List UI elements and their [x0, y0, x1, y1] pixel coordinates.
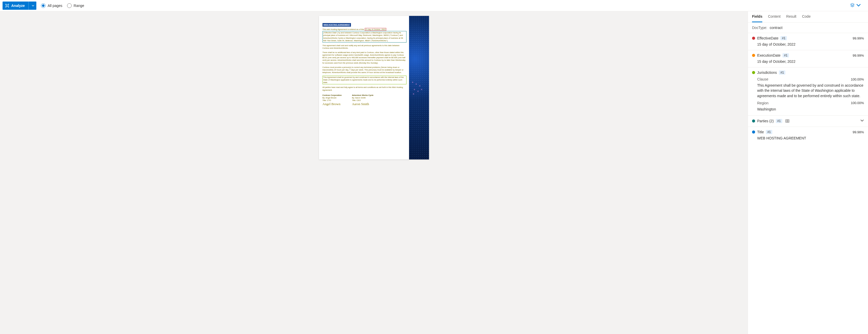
- toolbar: Analyze All pages Range: [0, 0, 868, 11]
- doc-intro: This web Hosting Agreement is entered as…: [322, 28, 406, 43]
- radio-indicator: [67, 3, 72, 8]
- page-scope-radio-group: All pages Range: [41, 3, 84, 8]
- doctype-value: contract: [770, 26, 782, 30]
- parties-highlight: ("Effective Date") by and between Contos…: [322, 31, 406, 43]
- radio-all-pages[interactable]: All pages: [41, 3, 62, 8]
- results-panel: Fields Content Result Code DocType: cont…: [748, 11, 868, 334]
- field-color-dot: [752, 119, 755, 122]
- doc-p6: All parties have read and fully agree to…: [322, 86, 406, 91]
- radio-all-label: All pages: [48, 4, 62, 8]
- results-tabs: Fields Content Result Code: [748, 11, 868, 23]
- layers-dropdown[interactable]: [848, 2, 863, 9]
- layers-icon: [850, 3, 855, 8]
- field-color-dot: [752, 37, 755, 40]
- svg-rect-0: [6, 5, 8, 6]
- field-value: 15 day of October, 2022: [757, 59, 864, 63]
- doc-p4: Contoso must provide a person(s) to corr…: [322, 66, 406, 74]
- field-name: ExecutionDate: [757, 53, 780, 57]
- field-color-dot: [752, 54, 755, 57]
- table-icon[interactable]: [785, 119, 789, 123]
- analyze-button[interactable]: Analyze: [3, 2, 36, 10]
- doc-p2: This agreement shall void and nullify an…: [322, 44, 406, 50]
- tab-code[interactable]: Code: [802, 11, 810, 22]
- field-title[interactable]: Title #1 99.98% WEB HOSTING AGREEMENT: [748, 127, 868, 144]
- analyze-label: Analyze: [11, 4, 25, 8]
- tab-result[interactable]: Result: [786, 11, 797, 22]
- page-content: WEB HOSTING AGREEMENT This web Hosting A…: [319, 16, 409, 160]
- radio-range[interactable]: Range: [67, 3, 84, 8]
- confidence-value: 99.99%: [852, 54, 864, 57]
- page-badge: #1: [780, 36, 787, 40]
- tab-content[interactable]: Content: [768, 11, 780, 22]
- doctype-row: DocType: contract: [748, 23, 868, 33]
- button-divider: [28, 2, 29, 10]
- page-decorative-art: [409, 16, 429, 160]
- signature-row: Contoso Corporation By: Angel Brown Titl…: [322, 94, 406, 106]
- effective-date-highlight: 15 day of October, 2022: [365, 28, 386, 31]
- chevron-down-icon: [856, 3, 861, 8]
- field-name: Title: [757, 130, 764, 134]
- confidence-value: 99.99%: [852, 36, 864, 40]
- doctype-label: DocType:: [752, 26, 767, 30]
- page-badge: #1: [766, 130, 772, 134]
- document-page: WEB HOSTING AGREEMENT This web Hosting A…: [319, 16, 429, 160]
- field-parties[interactable]: Parties (2) #1: [748, 116, 868, 127]
- radio-range-label: Range: [74, 4, 84, 8]
- field-value: WEB HOSTING AGREEMENT: [757, 136, 864, 140]
- field-execution-date[interactable]: ExecutionDate #1 99.99% 15 day of Octobe…: [748, 50, 868, 67]
- chevron-down-icon[interactable]: [31, 4, 36, 8]
- signature-adventureworks: Adventure Works Cycle By: Aaron Smith Ti…: [352, 94, 373, 106]
- field-color-dot: [752, 71, 755, 74]
- tab-fields[interactable]: Fields: [752, 11, 762, 22]
- field-jurisdictions[interactable]: Jurisdictions #1 Clause 100.00% This Agr…: [748, 67, 868, 116]
- field-color-dot: [752, 131, 755, 134]
- field-value: 15 day of October, 2022: [757, 42, 864, 47]
- jurisdiction-highlight: This Agreement shall be governed by and …: [322, 76, 406, 84]
- page-badge: #1: [776, 119, 782, 123]
- subfield-label: Clause: [757, 77, 768, 81]
- doc-title-highlight: WEB HOSTING AGREEMENT: [322, 23, 351, 27]
- chevron-down-icon[interactable]: [860, 119, 864, 123]
- subfield-value: Washington: [757, 107, 864, 112]
- page-badge: #1: [779, 71, 785, 75]
- confidence-value: 99.98%: [852, 130, 864, 134]
- subfield-label: Region: [757, 101, 768, 105]
- field-list: EffectiveDate #1 99.99% 15 day of Octobe…: [748, 33, 868, 334]
- field-name: EffectiveDate: [757, 36, 778, 40]
- field-effective-date[interactable]: EffectiveDate #1 99.99% 15 day of Octobe…: [748, 33, 868, 50]
- radio-indicator: [41, 3, 45, 8]
- document-canvas[interactable]: WEB HOSTING AGREEMENT This web Hosting A…: [0, 11, 748, 334]
- signature-contoso: Contoso Corporation By: Angel Brown Titl…: [322, 94, 342, 106]
- page-badge: #1: [782, 53, 789, 57]
- subfield-value: This Agreement shall be governed by and …: [757, 83, 864, 99]
- doc-p3: There shall be no additional fees of any…: [322, 51, 406, 64]
- field-name: Parties (2): [757, 119, 774, 123]
- confidence-value: 100.00%: [851, 101, 864, 105]
- scan-icon: [5, 4, 9, 8]
- field-name: Jurisdictions: [757, 71, 777, 75]
- confidence-value: 100.00%: [851, 77, 864, 81]
